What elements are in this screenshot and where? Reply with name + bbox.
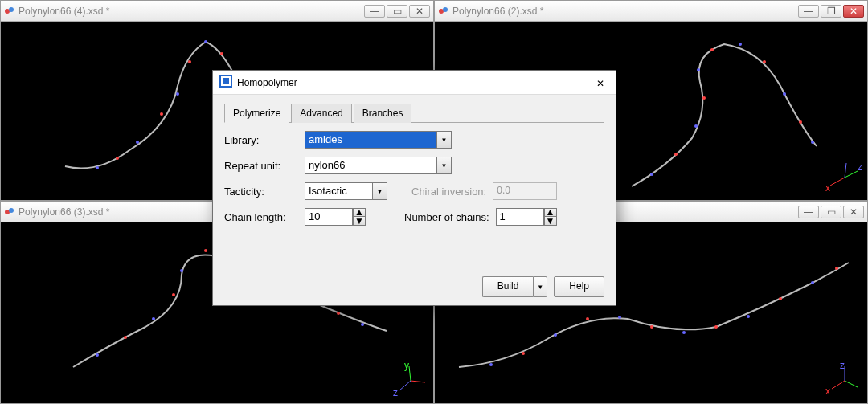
maximize-icon: ▭: [393, 6, 402, 17]
document-icon: [4, 6, 15, 17]
chevron-down-icon: ▼: [441, 162, 448, 169]
document-icon: [4, 206, 15, 218]
svg-point-49: [618, 316, 621, 319]
svg-point-41: [337, 312, 340, 315]
svg-point-36: [361, 323, 364, 326]
axis-z-label: z: [393, 387, 398, 398]
svg-point-24: [763, 60, 766, 63]
number-of-chains-down[interactable]: ▼: [544, 217, 557, 226]
svg-point-5: [204, 40, 207, 43]
svg-point-16: [694, 124, 698, 128]
close-button[interactable]: ✕: [843, 206, 864, 218]
svg-point-8: [116, 157, 119, 160]
svg-rect-63: [223, 78, 229, 84]
svg-line-44: [399, 381, 411, 390]
maximize-button[interactable]: ▭: [387, 5, 407, 18]
close-icon: ✕: [416, 6, 424, 17]
svg-point-57: [779, 297, 782, 300]
minimize-icon: —: [804, 6, 813, 17]
svg-point-1: [9, 7, 14, 12]
svg-point-53: [522, 352, 525, 355]
repeat-unit-combo[interactable]: nylon66 ▼: [305, 157, 452, 174]
chiral-inversion-label: Chiral inversion:: [411, 186, 486, 198]
viewport-title: Polynylon66 (2).xsd *: [452, 6, 543, 17]
library-combo[interactable]: amides ▼: [305, 131, 452, 149]
svg-point-17: [697, 68, 700, 71]
chain-length-stepper[interactable]: 10 ▲ ▼: [305, 208, 366, 226]
svg-line-27: [845, 171, 858, 178]
chevron-down-icon: ▼: [377, 188, 383, 195]
svg-line-59: [832, 381, 845, 389]
tab-polymerize[interactable]: Polymerize: [224, 104, 289, 123]
minimize-button[interactable]: —: [798, 5, 819, 18]
close-icon: ✕: [850, 206, 858, 218]
chain-length-down[interactable]: ▼: [353, 217, 366, 226]
svg-point-14: [443, 7, 448, 12]
viewport-titlebar[interactable]: Polynylon66 (4).xsd * — ▭ ✕: [1, 1, 433, 22]
axis-x-label: x: [825, 386, 830, 397]
help-button[interactable]: Help: [554, 276, 604, 297]
svg-point-50: [682, 331, 686, 334]
viewport-titlebar[interactable]: Polynylon66 (2).xsd * — ❐ ✕: [435, 1, 867, 22]
build-split-button[interactable]: Build ▼: [482, 276, 548, 297]
tab-branches[interactable]: Branches: [354, 104, 412, 123]
build-dropdown-button[interactable]: ▼: [533, 276, 547, 297]
number-of-chains-stepper[interactable]: 1 ▲ ▼: [496, 208, 557, 226]
svg-point-47: [489, 363, 493, 366]
axis-z-label: z: [858, 161, 862, 173]
close-icon: ✕: [850, 6, 858, 17]
close-button[interactable]: ✕: [843, 5, 864, 18]
svg-point-2: [96, 166, 99, 169]
repeat-unit-label: Repeat unit:: [224, 160, 305, 172]
repeat-unit-dropdown-button[interactable]: ▼: [437, 157, 452, 174]
library-label: Library:: [224, 134, 305, 146]
app-icon: [219, 75, 232, 90]
minimize-button[interactable]: —: [364, 5, 385, 18]
tacticity-value[interactable]: Isotactic: [305, 182, 373, 200]
tab-advanced[interactable]: Advanced: [291, 104, 351, 123]
dialog-titlebar[interactable]: Homopolymer ✕: [213, 71, 616, 95]
maximize-icon: ▭: [827, 206, 836, 218]
axis-z-label: z: [840, 360, 845, 371]
svg-point-23: [710, 48, 714, 51]
tacticity-label: Tacticity:: [224, 186, 305, 198]
chevron-down-icon: ▼: [441, 137, 448, 144]
number-of-chains-value[interactable]: 1: [496, 208, 544, 226]
svg-point-32: [152, 317, 155, 320]
chevron-down-icon: ▼: [354, 218, 364, 224]
restore-button[interactable]: ❐: [821, 5, 841, 18]
number-of-chains-label: Number of chains:: [404, 211, 489, 223]
dialog-close-button[interactable]: ✕: [592, 75, 609, 91]
svg-point-10: [188, 60, 191, 63]
library-dropdown-button[interactable]: ▼: [437, 131, 452, 149]
library-value[interactable]: amides: [305, 131, 437, 149]
svg-point-48: [554, 333, 557, 337]
svg-point-4: [176, 92, 179, 96]
close-button[interactable]: ✕: [409, 5, 430, 18]
viewport-title: Polynylon66 (3).xsd *: [18, 206, 109, 218]
svg-point-3: [136, 141, 139, 144]
svg-point-19: [783, 92, 786, 96]
homopolymer-dialog: Homopolymer ✕ Polymerize Advanced Branch…: [212, 70, 616, 306]
viewport-title: Polynylon66 (4).xsd *: [18, 6, 109, 17]
tacticity-dropdown-button[interactable]: ▼: [373, 182, 387, 200]
close-icon: ✕: [596, 78, 604, 89]
repeat-unit-value[interactable]: nylon66: [305, 157, 437, 174]
svg-point-51: [747, 315, 750, 318]
minimize-button[interactable]: —: [798, 206, 819, 218]
restore-icon: ❐: [827, 6, 836, 17]
chevron-down-icon: ▼: [546, 218, 555, 224]
build-button[interactable]: Build: [482, 276, 534, 297]
svg-point-22: [702, 96, 706, 100]
svg-line-42: [411, 381, 425, 382]
svg-point-15: [650, 173, 653, 176]
svg-point-11: [220, 52, 223, 55]
document-icon: [438, 6, 449, 17]
svg-line-60: [845, 381, 858, 387]
chain-length-value[interactable]: 10: [305, 208, 353, 226]
maximize-button[interactable]: ▭: [821, 206, 841, 218]
chevron-down-icon: ▼: [537, 284, 543, 291]
tacticity-combo[interactable]: Isotactic ▼: [305, 182, 387, 200]
svg-point-52: [811, 281, 814, 284]
svg-point-18: [739, 43, 742, 46]
